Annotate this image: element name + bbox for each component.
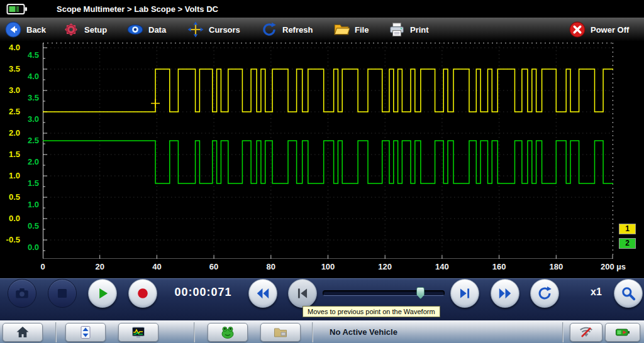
camera-icon — [14, 285, 30, 302]
play-button[interactable] — [88, 279, 117, 308]
scope-screen-icon — [131, 325, 146, 340]
breadcrumb: Scope Multimeter > Lab Scope > Volts DC — [57, 4, 218, 14]
data-manager-button[interactable] — [65, 323, 106, 342]
record-icon — [135, 285, 151, 302]
record-button[interactable] — [128, 279, 157, 308]
data-exchange-icon — [78, 325, 93, 340]
zoom-button[interactable] — [614, 279, 643, 308]
refresh-button[interactable]: Refresh — [261, 18, 313, 41]
folder-icon — [333, 21, 350, 38]
wireless-status-button[interactable] — [570, 323, 602, 342]
print-button[interactable]: Print — [389, 18, 429, 41]
saved-data-folder-icon — [273, 325, 288, 340]
back-icon — [5, 21, 21, 38]
switch-view-button[interactable] — [530, 279, 559, 308]
power-off-button[interactable]: Power Off — [569, 18, 629, 41]
battery-charge-icon — [615, 325, 630, 340]
skip-back-button[interactable] — [248, 279, 277, 308]
stop-button[interactable] — [48, 279, 77, 308]
magnifier-icon — [620, 285, 636, 302]
file-button[interactable]: File — [333, 18, 369, 41]
file-label: File — [355, 25, 369, 35]
eye-icon — [127, 21, 143, 38]
stop-icon — [54, 285, 70, 302]
previous-point-icon — [294, 285, 311, 302]
taskbar: No Active Vehicle — [0, 320, 644, 343]
print-label: Print — [410, 25, 429, 35]
wifi-icon — [579, 325, 594, 340]
data-label: Data — [148, 25, 166, 35]
channel-2-badge[interactable]: 2 — [619, 238, 636, 249]
refresh-label: Refresh — [282, 25, 313, 35]
gear-icon — [63, 21, 79, 38]
snapshot-button[interactable] — [8, 279, 36, 308]
vehicle-status: No Active Vehicle — [330, 327, 397, 337]
scope-multimeter-button[interactable] — [118, 323, 158, 342]
setup-button[interactable]: Setup — [63, 18, 107, 41]
data-button[interactable]: Data — [127, 18, 166, 41]
tooltip: Moves to previous point on the Waveform — [303, 306, 440, 317]
position-slider[interactable] — [323, 290, 445, 296]
home-button[interactable] — [3, 323, 43, 342]
previous-point-button[interactable] — [288, 279, 317, 308]
printer-icon — [389, 21, 405, 38]
taskbar-separator — [562, 322, 564, 342]
skip-back-icon — [255, 285, 271, 302]
channel-1-badge[interactable]: 1 — [619, 224, 636, 234]
cursors-button[interactable]: Cursors — [187, 18, 240, 41]
power-off-icon — [569, 21, 586, 38]
header-bar: Scope Multimeter > Lab Scope > Volts DC — [0, 0, 644, 18]
time-display: 00:00:071 — [165, 286, 241, 299]
scanner-button[interactable] — [208, 323, 248, 342]
battery-indicator-icon — [6, 2, 29, 16]
cursors-label: Cursors — [209, 25, 240, 35]
refresh-icon — [261, 21, 277, 38]
taskbar-separator — [55, 322, 57, 342]
skip-forward-icon — [497, 285, 513, 302]
slider-handle[interactable] — [416, 287, 425, 299]
back-button[interactable]: Back — [5, 18, 46, 41]
rotate-arrows-icon — [536, 285, 553, 302]
taskbar-separator — [312, 322, 313, 342]
battery-status-button[interactable] — [605, 323, 640, 342]
toolbar: Back Setup Data Cursors Refresh File Pri… — [0, 18, 644, 41]
home-icon — [15, 325, 30, 340]
waveform-plot[interactable] — [43, 43, 613, 259]
skip-forward-button[interactable] — [491, 279, 519, 308]
next-point-icon — [457, 285, 473, 302]
playback-controls: 00:00:071 x1 Moves to previous point on … — [0, 278, 644, 320]
back-label: Back — [26, 25, 46, 35]
play-icon — [94, 285, 111, 302]
green-bug-icon — [220, 325, 235, 340]
setup-label: Setup — [84, 25, 107, 35]
cursors-icon — [187, 21, 204, 38]
zoom-level: x1 — [582, 286, 610, 298]
taskbar-separator — [194, 322, 195, 342]
power-off-label: Power Off — [591, 25, 629, 35]
saved-data-button[interactable] — [260, 323, 301, 342]
next-point-button[interactable] — [450, 279, 479, 308]
